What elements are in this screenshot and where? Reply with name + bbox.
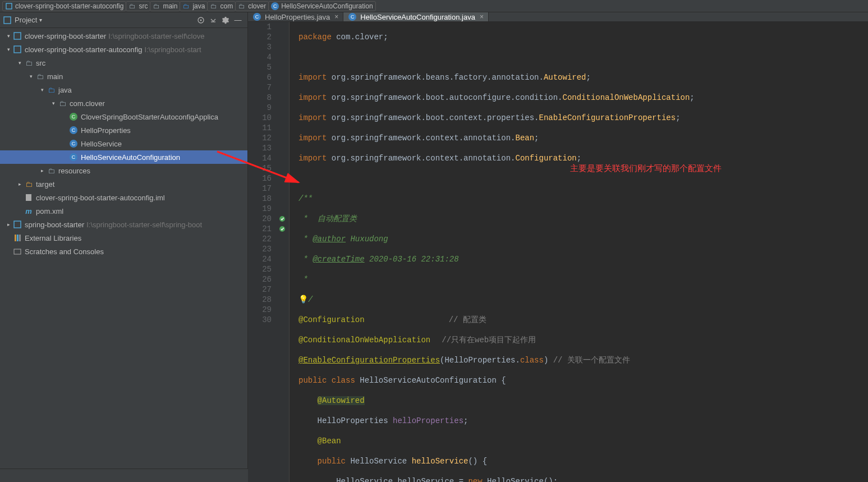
tree-item-label: HelloServiceAutoConfiguration — [81, 153, 180, 162]
gutter-icons — [275, 22, 290, 482]
tree-item-path: I:\springboot-starter-self\spring-boot — [86, 221, 202, 229]
module-icon — [12, 220, 22, 229]
tree-item[interactable]: mpom.xml — [0, 204, 247, 218]
svg-rect-10 — [19, 235, 21, 241]
tree-item[interactable]: ▾🗀src — [0, 56, 247, 70]
tree-item[interactable]: ▾🗀main — [0, 70, 247, 83]
svg-rect-8 — [15, 235, 16, 241]
tab-helloproperties[interactable]: C HelloProperties.java × — [248, 12, 343, 21]
lib-icon — [12, 233, 22, 242]
tree-item[interactable]: clover-spring-boot-starter-autoconfig.im… — [0, 191, 247, 204]
code-editor[interactable]: 1234567891011121314151617181920212223242… — [248, 22, 868, 482]
crumb-main[interactable]: 🗀main — [150, 1, 180, 11]
tree-item-label: clover-spring-boot-starter-autoconfig.im… — [36, 194, 165, 202]
crumb-label: HelloServiceAutoConfiguration — [281, 2, 373, 10]
svg-point-13 — [279, 226, 285, 232]
svg-rect-11 — [14, 249, 21, 254]
chevron-icon[interactable]: ▾ — [4, 33, 12, 39]
folder-icon: 🗀 — [238, 2, 246, 10]
crumb-src[interactable]: 🗀src — [126, 1, 150, 11]
tree-item[interactable]: CHelloServiceAutoConfiguration — [0, 150, 247, 164]
class-icon: C — [68, 139, 79, 148]
class-icon: C — [252, 12, 261, 21]
tree-item-label: External Libraries — [25, 234, 81, 242]
tree-item[interactable]: ▾clover-spring-boot-starterI:\springboot… — [0, 29, 247, 43]
tree-item-path: I:\springboot-starter-self\clove — [108, 32, 204, 40]
tree-item-label: spring-boot-starter — [25, 221, 84, 229]
module-icon — [5, 2, 13, 10]
editor-tabs: C HelloProperties.java × C HelloServiceA… — [248, 12, 868, 22]
tree-item[interactable]: ▾🗀java — [0, 83, 247, 97]
project-icon — [3, 16, 11, 24]
chevron-icon[interactable]: ▸ — [38, 168, 46, 173]
chevron-icon[interactable]: ▾ — [49, 100, 57, 106]
svg-point-12 — [279, 216, 285, 222]
tree-item-label: Scratches and Consoles — [25, 247, 104, 256]
tab-label: HelloServiceAutoConfiguration.java — [360, 13, 475, 21]
scratch-icon — [12, 247, 22, 256]
svg-rect-9 — [17, 235, 19, 241]
code-content[interactable]: package com.clover; import org.springfra… — [290, 22, 868, 482]
crumb-label: main — [163, 2, 177, 10]
svg-rect-7 — [14, 221, 21, 228]
crumb-module[interactable]: clover-spring-boot-starter-autoconfig — [2, 1, 126, 11]
chevron-icon[interactable]: ▾ — [16, 60, 24, 66]
project-panel-header: Project ▾ — — [0, 12, 247, 28]
folder-icon: 🗀 — [153, 2, 160, 10]
tree-item[interactable]: CHelloService — [0, 137, 247, 150]
chevron-icon[interactable]: ▸ — [4, 222, 12, 227]
tree-item-label: main — [47, 72, 63, 81]
crumb-java[interactable]: 🗀java — [180, 1, 208, 11]
chevron-icon[interactable]: ▾ — [4, 47, 12, 52]
svg-rect-4 — [14, 33, 21, 39]
line-numbers-gutter: 1234567891011121314151617181920212223242… — [248, 22, 275, 482]
annotation-red: 主要是要关联我们刚才写的那个配置文件 — [570, 163, 722, 173]
tree-item[interactable]: ▸🗀resources — [0, 164, 247, 177]
tree-item-label: java — [58, 86, 72, 94]
class-icon: C — [348, 12, 357, 21]
svg-point-3 — [200, 19, 202, 21]
tree-item[interactable]: CCloverSpringBootStarterAutoconfigApplic… — [0, 110, 247, 123]
crumb-class[interactable]: CHelloServiceAutoConfiguration — [268, 1, 375, 11]
crumb-label: clover — [248, 2, 266, 10]
package-icon: 🗀 — [57, 99, 67, 108]
close-icon[interactable]: × — [480, 13, 484, 21]
tree-item-path: I:\springboot-start — [145, 45, 201, 54]
tree-item[interactable]: Scratches and Consoles — [0, 245, 247, 258]
crumb-label: clover-spring-boot-starter-autoconfig — [15, 2, 123, 10]
locate-icon[interactable] — [195, 14, 207, 26]
tree-item[interactable]: ▾🗀com.clover — [0, 97, 247, 110]
class-run-icon: C — [68, 112, 79, 121]
svg-rect-5 — [14, 46, 21, 53]
class-icon: C — [271, 2, 279, 10]
crumb-label: com — [220, 2, 233, 10]
tree-item[interactable]: CHelloProperties — [0, 123, 247, 137]
class-icon: C — [68, 153, 79, 162]
hide-icon[interactable]: — — [232, 14, 244, 26]
folder-icon: 🗀 — [128, 2, 136, 10]
folder-blue-icon: 🗀 — [46, 85, 56, 94]
chevron-icon[interactable]: ▾ — [27, 74, 35, 79]
chevron-down-icon[interactable]: ▾ — [39, 17, 42, 23]
tree-item-label: src — [36, 59, 45, 67]
tree-item[interactable]: ▾clover-spring-boot-starter-autoconfigI:… — [0, 43, 247, 56]
tree-item-label: com.clover — [70, 99, 105, 108]
crumb-com[interactable]: 🗀com — [207, 1, 236, 11]
tab-helloserviceautoconfiguration[interactable]: C HelloServiceAutoConfiguration.java × — [343, 12, 489, 21]
folder-icon: 🗀 — [24, 58, 34, 67]
tree-item-label: CloverSpringBootStarterAutoconfigApplica — [81, 113, 218, 121]
crumb-clover[interactable]: 🗀clover — [235, 1, 269, 11]
close-icon[interactable]: × — [334, 13, 338, 21]
tree-item-label: clover-spring-boot-starter — [25, 32, 106, 40]
gear-icon[interactable] — [219, 14, 232, 26]
tree-item[interactable]: External Libraries — [0, 231, 247, 245]
expand-all-icon[interactable] — [207, 14, 219, 26]
chevron-icon[interactable]: ▾ — [38, 87, 46, 93]
tree-item[interactable]: ▸🗀target — [0, 177, 247, 191]
tree-item-label: HelloProperties — [81, 126, 131, 135]
svg-rect-1 — [4, 17, 11, 24]
tree-item[interactable]: ▸spring-boot-starterI:\springboot-starte… — [0, 218, 247, 231]
class-icon: C — [68, 126, 79, 135]
chevron-icon[interactable]: ▸ — [16, 181, 24, 187]
project-tree: ▾clover-spring-boot-starterI:\springboot… — [0, 28, 247, 469]
